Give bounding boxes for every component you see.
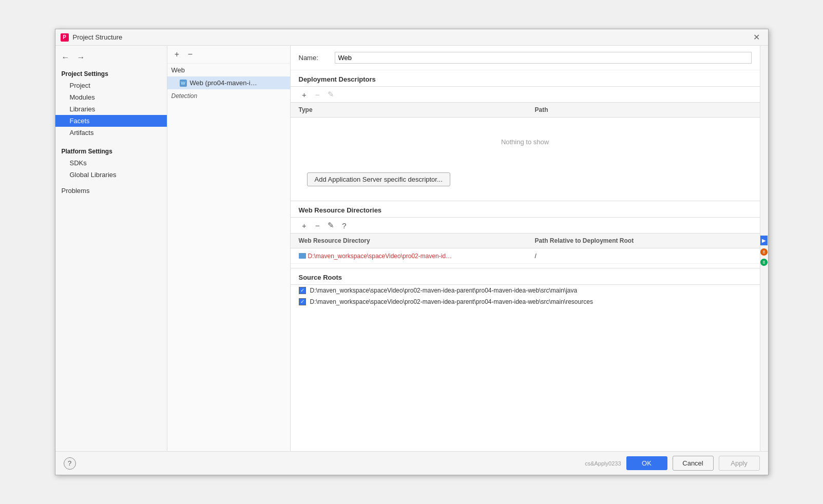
sidebar-item-sdks[interactable]: SDKs bbox=[55, 157, 167, 169]
forward-button[interactable]: → bbox=[75, 52, 87, 63]
right-accent-panel: ▶ 8 8 bbox=[760, 46, 768, 451]
deployment-table-empty: Nothing to show bbox=[291, 118, 760, 166]
dd-add-button[interactable]: + bbox=[299, 89, 310, 100]
folder-icon bbox=[299, 253, 306, 259]
web-resource-section: Web Resource Directories + − ✎ ? Web Res… bbox=[291, 201, 760, 264]
help-button[interactable]: ? bbox=[64, 457, 76, 470]
accent-tab[interactable]: ▶ bbox=[760, 236, 768, 245]
cancel-button[interactable]: Cancel bbox=[673, 456, 714, 471]
wrd-help-button[interactable]: ? bbox=[339, 220, 350, 231]
sidebar-item-artifacts[interactable]: Artifacts bbox=[55, 127, 167, 139]
deployment-table-header: Type Path bbox=[291, 102, 760, 118]
web-resource-path: D:\maven_workspace\spaceVideo\pro02-mave… bbox=[308, 253, 452, 260]
accent-badge: 8 bbox=[760, 248, 768, 256]
back-button[interactable]: ← bbox=[60, 52, 72, 63]
apply-button[interactable]: Apply bbox=[719, 456, 760, 471]
source-root-row-2: ✓ D:\maven_workspace\spaceVideo\pro02-ma… bbox=[291, 296, 760, 307]
dd-edit-button: ✎ bbox=[326, 89, 337, 100]
source-root-path-2: D:\maven_workspace\spaceVideo\pro02-mave… bbox=[310, 298, 593, 305]
detection-label: Detection bbox=[167, 89, 290, 103]
window-title: Project Structure bbox=[73, 33, 123, 41]
sidebar-item-project[interactable]: Project bbox=[55, 80, 167, 91]
col-prdr: Path Relative to Deployment Root bbox=[527, 236, 760, 246]
project-structure-window: P Project Structure ✕ ← → Project Settin… bbox=[55, 29, 769, 475]
add-facet-button[interactable]: + bbox=[171, 49, 183, 60]
title-bar-left: P Project Structure bbox=[61, 33, 123, 42]
add-server-button[interactable]: Add Application Server specific descript… bbox=[307, 172, 450, 186]
web-resource-row: D:\maven_workspace\spaceVideo\pro02-mave… bbox=[291, 248, 760, 264]
facets-toolbar: + − bbox=[167, 46, 290, 64]
deployment-toolbar: + − ✎ bbox=[291, 87, 760, 102]
dd-remove-button: − bbox=[312, 89, 323, 100]
nav-arrows: ← → bbox=[55, 50, 167, 67]
name-input[interactable] bbox=[335, 52, 752, 64]
source-root-row-1: ✓ D:\maven_workspace\spaceVideo\pro02-ma… bbox=[291, 285, 760, 296]
add-server-container: Add Application Server specific descript… bbox=[291, 166, 760, 199]
close-button[interactable]: ✕ bbox=[750, 31, 763, 43]
facet-item-web-pro04[interactable]: W Web (pro04-maven-i… bbox=[167, 76, 290, 89]
bottom-bar: ? cs&Apply0233 OK Cancel Apply bbox=[55, 451, 768, 475]
col-path: Path bbox=[527, 105, 760, 115]
title-bar: P Project Structure ✕ bbox=[55, 29, 768, 46]
web-facet-icon: W bbox=[180, 80, 187, 87]
wrd-edit-button[interactable]: ✎ bbox=[326, 220, 337, 231]
source-root-path-1: D:\maven_workspace\spaceVideo\pro02-mave… bbox=[310, 287, 578, 294]
facet-group-web[interactable]: Web bbox=[167, 64, 290, 76]
web-resource-title: Web Resource Directories bbox=[291, 201, 760, 217]
name-row: Name: bbox=[291, 46, 760, 70]
web-resource-slash: / bbox=[535, 253, 537, 260]
source-root-checkbox-1[interactable]: ✓ bbox=[299, 287, 306, 294]
source-root-checkbox-2[interactable]: ✓ bbox=[299, 298, 306, 305]
sidebar-item-libraries[interactable]: Libraries bbox=[55, 103, 167, 115]
project-settings-header: Project Settings bbox=[55, 67, 167, 80]
wrd-add-button[interactable]: + bbox=[299, 220, 310, 231]
main-content: Name: Deployment Descriptors + − ✎ Type … bbox=[291, 46, 760, 451]
platform-settings-header: Platform Settings bbox=[55, 145, 167, 157]
remove-facet-button[interactable]: − bbox=[185, 49, 196, 60]
source-roots-section: Source Roots ✓ D:\maven_workspace\spaceV… bbox=[291, 268, 760, 307]
source-roots-title: Source Roots bbox=[291, 268, 760, 284]
bottom-left: ? bbox=[64, 457, 76, 470]
sidebar: ← → Project Settings Project Modules Lib… bbox=[55, 46, 167, 451]
name-label: Name: bbox=[299, 54, 330, 62]
col-type: Type bbox=[291, 105, 527, 115]
facets-panel: + − Web W Web (pro04-maven-i… Detection bbox=[167, 46, 291, 451]
sidebar-item-global-libraries[interactable]: Global Libraries bbox=[55, 169, 167, 181]
status-text: cs&Apply0233 bbox=[585, 460, 621, 467]
window-body: ← → Project Settings Project Modules Lib… bbox=[55, 46, 768, 451]
wrd-remove-button[interactable]: − bbox=[312, 220, 323, 231]
sidebar-item-modules[interactable]: Modules bbox=[55, 91, 167, 103]
web-resource-cell-dir: D:\maven_workspace\spaceVideo\pro02-mave… bbox=[291, 251, 527, 261]
bottom-right: cs&Apply0233 OK Cancel Apply bbox=[585, 456, 759, 471]
facets-list: Web W Web (pro04-maven-i… Detection bbox=[167, 64, 290, 451]
sidebar-item-problems[interactable]: Problems bbox=[55, 185, 167, 197]
accent-circle: 8 bbox=[760, 259, 768, 266]
web-resource-table-header: Web Resource Directory Path Relative to … bbox=[291, 233, 760, 248]
sidebar-item-facets[interactable]: Facets bbox=[55, 115, 167, 127]
app-icon: P bbox=[61, 33, 69, 42]
deployment-descriptors-title: Deployment Descriptors bbox=[291, 70, 760, 86]
ok-button[interactable]: OK bbox=[626, 456, 667, 470]
web-resource-toolbar: + − ✎ ? bbox=[291, 218, 760, 233]
col-wrd: Web Resource Directory bbox=[291, 236, 527, 246]
web-resource-cell-path: / bbox=[527, 250, 760, 261]
